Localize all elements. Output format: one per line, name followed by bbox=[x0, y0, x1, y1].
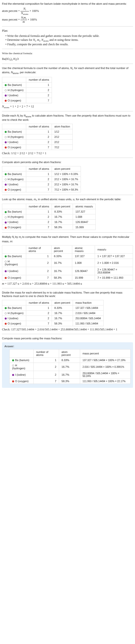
cell: 7 bbox=[26, 98, 52, 103]
cell: 2 bbox=[33, 363, 59, 371]
element-dot-icon bbox=[5, 318, 7, 320]
element-dot-icon bbox=[5, 136, 7, 138]
cell: 2 bbox=[26, 182, 52, 187]
cell: 58.3% bbox=[51, 275, 72, 280]
cell: 2 bbox=[26, 87, 52, 92]
atom-percent-formula: atom percent = NiNatoms × 100% bbox=[2, 7, 133, 15]
cell: 2 bbox=[26, 267, 51, 275]
col-header: number of atoms bbox=[26, 204, 52, 209]
cell: 2 bbox=[26, 316, 52, 321]
element-dot-icon bbox=[5, 227, 7, 229]
cell: 1 bbox=[26, 306, 52, 310]
cell: 58.3% bbox=[52, 321, 73, 326]
mass-pct-explanation: Compute mass percents using the mass fra… bbox=[2, 336, 133, 340]
col-header: mass percent bbox=[80, 350, 130, 358]
cell: 1 bbox=[26, 172, 52, 177]
atom-percent-table: number of atomsatom percent Ba (barium)1… bbox=[2, 166, 81, 192]
cell: 7 bbox=[26, 225, 52, 230]
cell: 111.993 / 505.14494 × 100% = 22.17% bbox=[80, 379, 130, 384]
element-dot-icon bbox=[5, 216, 7, 218]
element-dot-icon bbox=[5, 146, 7, 148]
col-header: mass/u bbox=[95, 245, 133, 254]
cell: 2.016 / 505.14494 × 100% = 0.3991% bbox=[80, 363, 130, 371]
cell: 2 bbox=[26, 310, 52, 316]
cell: 2 bbox=[26, 134, 52, 140]
element-dot-icon bbox=[12, 374, 14, 376]
cell: 137.327 / 505.14494 bbox=[73, 306, 103, 310]
element-dot-icon bbox=[5, 173, 7, 175]
col-header: atom percent bbox=[51, 245, 72, 254]
cell: 1 bbox=[26, 209, 52, 214]
cell: 2 bbox=[26, 259, 51, 267]
mass-table: number of atomsatom percentatomic mass/u… bbox=[2, 245, 133, 280]
col-header: number of atoms bbox=[26, 166, 52, 172]
cell: 126.90447 bbox=[73, 220, 95, 225]
cell: 16.7% bbox=[52, 214, 73, 220]
element-dot-icon bbox=[5, 89, 7, 91]
col-header: number of atoms bbox=[26, 124, 52, 129]
atom-frac-check: Check: 1/12 + 2/12 + 2/12 + 7/12 = 1 bbox=[2, 152, 133, 155]
cell: 2 bbox=[33, 371, 59, 379]
col-header: atom percent bbox=[52, 204, 73, 209]
cell: 8.33% bbox=[51, 254, 72, 259]
col-header: number of atoms bbox=[26, 77, 52, 82]
element-dot-icon bbox=[5, 100, 7, 102]
cell: 1/12 bbox=[52, 129, 73, 134]
mass-percent-table: number of atomsatom percentmass percent … bbox=[9, 349, 131, 384]
cell: 2/12 × 100% = 16.7% bbox=[52, 182, 81, 187]
cell: 1 bbox=[26, 82, 52, 87]
plan-item: Write the chemical formula and gather at… bbox=[5, 34, 133, 38]
plan-list: Write the chemical formula and gather at… bbox=[2, 34, 133, 46]
cell: 1/12 × 100% = 8.33% bbox=[52, 172, 81, 177]
cell: 16.7% bbox=[59, 371, 80, 379]
cell: 253.80894 / 505.14494 × 100% = 50.24% bbox=[80, 371, 130, 379]
cell: 1 × 137.327 = 137.327 bbox=[95, 254, 133, 259]
element-dot-icon bbox=[12, 359, 14, 361]
cell: 2 × 126.90447 = 253.80894 bbox=[95, 267, 133, 275]
element-dot-icon bbox=[5, 260, 7, 262]
element-dot-icon bbox=[12, 364, 14, 366]
atoms-count-table: number of atoms Ba (barium)1 H (hydrogen… bbox=[2, 77, 52, 103]
cell: 7/12 × 100% = 58.3% bbox=[52, 187, 81, 192]
answer-box: Answer: number of atomsatom percentmass … bbox=[2, 342, 133, 388]
plan-item: Finally, compute the percents and check … bbox=[5, 42, 133, 46]
atom-pct-explanation: Compute atom percents using the atom fra… bbox=[2, 160, 133, 164]
mass-fraction-table: number of atomsatom percentmass fraction… bbox=[2, 300, 104, 326]
cell: 2/12 bbox=[52, 140, 73, 145]
cell: 2 bbox=[26, 92, 52, 98]
cell: 16.7% bbox=[51, 259, 72, 267]
col-header: number of atoms bbox=[26, 245, 51, 254]
element-dot-icon bbox=[5, 94, 7, 96]
element-dot-icon bbox=[5, 178, 7, 180]
cell: 8.33% bbox=[52, 209, 73, 214]
cell: 7 bbox=[26, 187, 52, 192]
element-dot-icon bbox=[5, 307, 7, 309]
cell: 2.016 / 505.14494 bbox=[73, 310, 103, 316]
col-header: mass fraction bbox=[73, 300, 103, 306]
col-header: atomic mass/u bbox=[73, 204, 95, 209]
col-header: number of atoms bbox=[33, 350, 59, 358]
col-header: atomic mass/u bbox=[72, 245, 95, 254]
cell: 2 bbox=[26, 140, 52, 145]
mass-percent-formula: mass percent = Nimim × 100% bbox=[2, 16, 133, 24]
col-header: atom percent bbox=[52, 300, 73, 306]
cell: 58.3% bbox=[59, 379, 80, 384]
intro-text: Find the elemental composition for bariu… bbox=[2, 2, 133, 6]
plan-item: Determine values for Ni, mi, Natoms and … bbox=[5, 38, 133, 42]
m-equation: m = 137.327 u + 2.016 u + 253.80894 u + … bbox=[2, 282, 133, 286]
cell: 137.327 bbox=[72, 254, 95, 259]
cell: 16.7% bbox=[52, 220, 73, 225]
chem-formula: Ba(IO3)2·H2O bbox=[2, 57, 133, 61]
cell: 2 bbox=[26, 214, 52, 220]
cell: 16.7% bbox=[59, 363, 80, 371]
mass-explanation: Multiply Ni by mi to compute the mass fo… bbox=[2, 235, 133, 243]
cell: 15.999 bbox=[73, 225, 95, 230]
element-dot-icon bbox=[5, 211, 7, 213]
cell: 8.33% bbox=[59, 358, 80, 363]
element-dot-icon bbox=[5, 312, 7, 314]
count-explanation: Use the chemical formula to count the nu… bbox=[2, 66, 133, 75]
cell: 137.327 / 505.14494 × 100% = 27.19% bbox=[80, 358, 130, 363]
natoms-equation: Natoms = 1 + 2 + 2 + 7 = 12 bbox=[2, 105, 133, 109]
element-dot-icon bbox=[5, 270, 7, 272]
cell: 16.7% bbox=[52, 310, 73, 316]
